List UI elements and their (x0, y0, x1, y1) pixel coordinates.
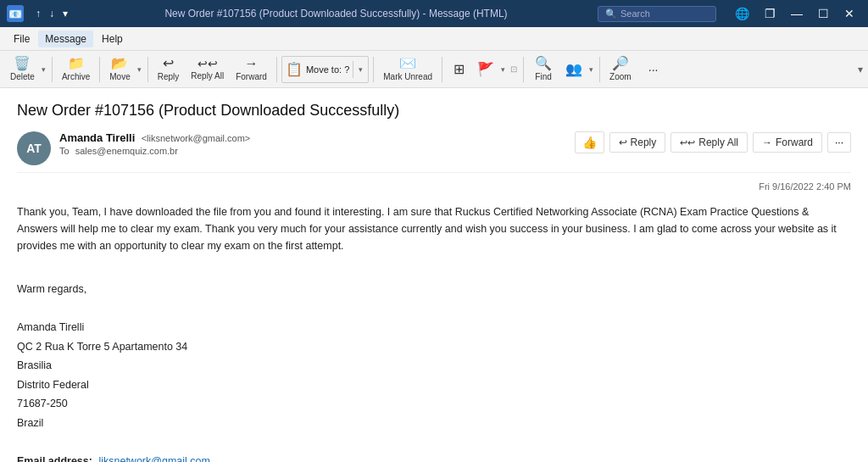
menu-bar: File Message Help (0, 27, 868, 51)
menu-file[interactable]: File (7, 31, 36, 47)
header-reply-button[interactable]: ↩ Reply (609, 132, 666, 153)
reply-button[interactable]: ↩ Reply (153, 54, 185, 84)
window-title: New Order #107156 (Product Downloaded Su… (80, 8, 593, 19)
sender-name-row: Amanda Tirelli <liksnetwork@gmail.com> (59, 131, 250, 144)
zoom-icon: 🔎 (612, 57, 629, 70)
moveto-dropdown-arrow[interactable]: ▾ (357, 65, 364, 74)
forward-button[interactable]: → Forward (231, 54, 272, 84)
content-area: New Order #107156 (Product Downloaded Su… (0, 88, 868, 462)
separator-1 (52, 57, 53, 82)
header-forward-label: Forward (776, 136, 813, 148)
to-label: To (59, 146, 70, 156)
nav-forward-button[interactable]: ↓ (46, 6, 58, 21)
reply-icon: ↩ (163, 57, 174, 70)
app-icon: 📧 (7, 5, 24, 22)
nav-back-button[interactable]: ↑ (32, 6, 44, 21)
to-address: sales@enemquiz.com.br (75, 146, 178, 156)
header-replyall-label: Reply All (698, 136, 738, 148)
archive-icon: 📁 (68, 57, 85, 70)
header-replyall-icon: ↩↩ (680, 137, 695, 148)
people-icon: 👥 (565, 63, 582, 76)
nav-controls: ↑ ↓ ▾ (32, 6, 71, 21)
restore-button[interactable]: ❐ (758, 5, 782, 22)
separator-7 (523, 57, 524, 82)
moveto-icon: 📋 (286, 61, 303, 77)
archive-button[interactable]: 📁 Archive (57, 54, 95, 84)
flag-group: 🚩 ▾ (472, 60, 507, 79)
menu-message[interactable]: Message (38, 31, 93, 47)
flag-extra-icon: ⊡ (510, 64, 517, 74)
find-icon: 🔍 (535, 57, 552, 70)
separator-8 (599, 57, 600, 82)
moveto-label: Move to: ? (306, 64, 349, 75)
avatar: AT (17, 131, 51, 165)
people-dropdown-arrow[interactable]: ▾ (587, 65, 595, 74)
zoom-button[interactable]: 🔎 Zoom (604, 54, 637, 84)
email-scroll-area[interactable]: New Order #107156 (Product Downloaded Su… (0, 88, 868, 462)
sender-to-row: To sales@enemquiz.com.br (59, 146, 250, 156)
flag-dropdown-arrow[interactable]: ▾ (499, 65, 507, 74)
header-reply-label: Reply (631, 136, 657, 148)
email-header: AT Amanda Tirelli <liksnetwork@gmail.com… (17, 131, 851, 173)
body-paragraph: Thank you, Team, I have downloaded the f… (17, 203, 851, 254)
reply-all-icon: ↩↩ (198, 58, 218, 70)
header-forward-button[interactable]: → Forward (753, 132, 822, 153)
header-replyall-button[interactable]: ↩↩ Reply All (670, 132, 748, 153)
forward-icon: → (245, 57, 259, 70)
wifi-button[interactable]: 🌐 (728, 5, 756, 22)
sender-email: <liksnetwork@gmail.com> (142, 133, 251, 143)
sig-zip: 71687-250 (17, 394, 851, 414)
moveto-sep (353, 61, 353, 78)
sig-state: Distrito Federal (17, 376, 851, 395)
toolbar-right: ▾ (858, 64, 863, 75)
header-more-button[interactable]: ··· (827, 132, 851, 153)
sig-country: Brazil (17, 414, 851, 433)
toolbar: 🗑️ Delete ▾ 📁 Archive 📂 Move ▾ ↩ Reply (0, 51, 868, 88)
sig-greeting: Warm regards, (17, 280, 851, 299)
move-button[interactable]: 📂 Move (104, 54, 135, 84)
flag-button[interactable]: 🚩 (472, 60, 499, 79)
more-button[interactable]: ··· (638, 60, 669, 79)
delete-button[interactable]: 🗑️ Delete (5, 54, 40, 84)
reply-all-button[interactable]: ↩↩ Reply All (186, 55, 229, 83)
mark-unread-button[interactable]: ✉️ Mark Unread (378, 54, 437, 84)
maximize-button[interactable]: ☐ (811, 5, 836, 22)
separator-3 (147, 57, 148, 82)
email-header-right: 👍 ↩ Reply ↩↩ Reply All → Forward (575, 131, 851, 153)
close-button[interactable]: ✕ (837, 5, 861, 22)
nav-dropdown-button[interactable]: ▾ (59, 6, 71, 21)
email-subject: New Order #107156 (Product Downloaded Su… (17, 102, 851, 120)
sig-name: Amanda Tirelli (17, 318, 851, 337)
search-icon: 🔍 (605, 8, 617, 19)
mark-unread-icon: ✉️ (399, 57, 416, 70)
email-container: New Order #107156 (Product Downloaded Su… (0, 88, 868, 462)
sender-info: Amanda Tirelli <liksnetwork@gmail.com> T… (59, 131, 250, 156)
header-forward-icon: → (762, 136, 772, 148)
flag-icon: 🚩 (477, 63, 494, 76)
people-button[interactable]: 👥 (560, 60, 587, 79)
apps-icon: ⊞ (453, 63, 465, 76)
minimize-button[interactable]: — (784, 5, 810, 22)
move-group: 📂 Move ▾ (104, 54, 142, 84)
title-bar: 📧 ↑ ↓ ▾ New Order #107156 (Product Downl… (0, 0, 868, 27)
sig-email-row: Email address: liksnetwork@gmail.com (17, 452, 851, 463)
delete-group: 🗑️ Delete ▾ (5, 54, 47, 84)
find-button[interactable]: 🔍 Find (528, 54, 559, 84)
move-icon: 📂 (111, 57, 128, 70)
separator-4 (276, 57, 277, 82)
menu-help[interactable]: Help (95, 31, 130, 47)
sig-email-label: Email address: (17, 455, 92, 463)
sig-email-link[interactable]: liksnetwork@gmail.com (98, 455, 209, 463)
email-signature: Warm regards, Amanda Tirelli QC 2 Rua K … (17, 280, 851, 462)
like-button[interactable]: 👍 (575, 131, 604, 153)
separator-2 (99, 57, 100, 82)
window-controls: 🌐 ❐ — ☐ ✕ (728, 5, 861, 22)
delete-dropdown-arrow[interactable]: ▾ (40, 65, 47, 74)
apps-button[interactable]: ⊞ (447, 60, 470, 79)
toolbar-scroll-button[interactable]: ▾ (858, 64, 863, 75)
sender-name: Amanda Tirelli (59, 131, 135, 144)
move-dropdown-arrow[interactable]: ▾ (136, 65, 143, 74)
moveto-group: 📋 Move to: ? ▾ (281, 56, 369, 83)
search-box[interactable]: 🔍 Search (598, 6, 716, 22)
sig-address1: QC 2 Rua K Torre 5 Apartamento 34 (17, 337, 851, 357)
